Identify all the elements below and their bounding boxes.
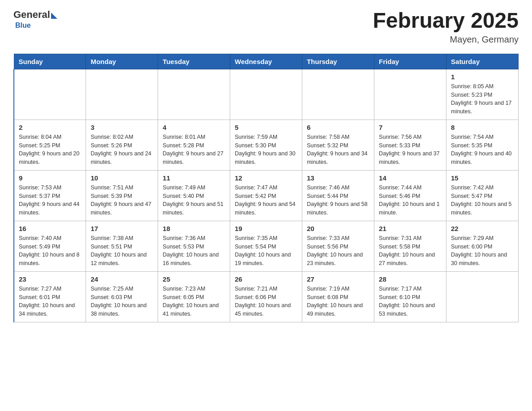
- day-info: Sunrise: 7:44 AMSunset: 5:46 PMDaylight:…: [379, 184, 442, 217]
- day-info: Sunrise: 7:17 AMSunset: 6:10 PMDaylight:…: [379, 285, 442, 318]
- day-number: 22: [451, 225, 514, 232]
- calendar-cell: [86, 69, 158, 120]
- day-info: Sunrise: 7:38 AMSunset: 5:51 PMDaylight:…: [90, 234, 153, 268]
- calendar-cell: 1Sunrise: 8:05 AMSunset: 5:23 PMDaylight…: [446, 69, 519, 120]
- calendar-cell: 24Sunrise: 7:25 AMSunset: 6:03 PMDayligh…: [86, 271, 158, 322]
- day-number: 2: [19, 124, 81, 131]
- day-number: 16: [19, 225, 81, 232]
- day-number: 10: [90, 174, 153, 182]
- day-number: 19: [235, 225, 297, 232]
- calendar-cell: 20Sunrise: 7:33 AMSunset: 5:56 PMDayligh…: [302, 221, 374, 271]
- title-block: February 2025 Mayen, Germany: [373, 9, 519, 45]
- day-number: 17: [90, 225, 153, 232]
- day-info: Sunrise: 7:49 AMSunset: 5:40 PMDaylight:…: [163, 184, 225, 217]
- calendar-cell: 13Sunrise: 7:46 AMSunset: 5:44 PMDayligh…: [302, 170, 374, 221]
- calendar-cell: 16Sunrise: 7:40 AMSunset: 5:49 PMDayligh…: [14, 221, 86, 271]
- page-header: General Blue February 2025 Mayen, German…: [13, 9, 519, 45]
- calendar-cell: 4Sunrise: 8:01 AMSunset: 5:28 PMDaylight…: [158, 120, 230, 170]
- calendar-cell: 18Sunrise: 7:36 AMSunset: 5:53 PMDayligh…: [158, 221, 230, 271]
- calendar-week-1: 1Sunrise: 8:05 AMSunset: 5:23 PMDaylight…: [14, 69, 519, 120]
- day-info: Sunrise: 7:42 AMSunset: 5:47 PMDaylight:…: [451, 184, 514, 217]
- calendar-week-2: 2Sunrise: 8:04 AMSunset: 5:25 PMDaylight…: [14, 120, 519, 170]
- calendar-cell: [158, 69, 230, 120]
- day-info: Sunrise: 7:23 AMSunset: 6:05 PMDaylight:…: [163, 285, 225, 318]
- calendar-cell: 11Sunrise: 7:49 AMSunset: 5:40 PMDayligh…: [158, 170, 230, 221]
- day-number: 24: [90, 275, 153, 283]
- logo-general-text: General: [13, 9, 50, 21]
- calendar-cell: 14Sunrise: 7:44 AMSunset: 5:46 PMDayligh…: [374, 170, 446, 221]
- calendar-body: 1Sunrise: 8:05 AMSunset: 5:23 PMDaylight…: [14, 69, 519, 322]
- day-info: Sunrise: 8:01 AMSunset: 5:28 PMDaylight:…: [163, 133, 225, 167]
- calendar-week-5: 23Sunrise: 7:27 AMSunset: 6:01 PMDayligh…: [14, 271, 519, 322]
- day-info: Sunrise: 7:59 AMSunset: 5:30 PMDaylight:…: [235, 133, 297, 167]
- day-number: 21: [379, 225, 442, 232]
- calendar-cell: 12Sunrise: 7:47 AMSunset: 5:42 PMDayligh…: [230, 170, 302, 221]
- calendar-cell: 25Sunrise: 7:23 AMSunset: 6:05 PMDayligh…: [158, 271, 230, 322]
- calendar-subtitle: Mayen, Germany: [373, 34, 519, 45]
- calendar-table: SundayMondayTuesdayWednesdayThursdayFrid…: [13, 54, 519, 322]
- calendar-cell: [230, 69, 302, 120]
- day-header-monday: Monday: [86, 54, 158, 69]
- day-header-friday: Friday: [374, 54, 446, 69]
- calendar-cell: 5Sunrise: 7:59 AMSunset: 5:30 PMDaylight…: [230, 120, 302, 170]
- day-info: Sunrise: 7:47 AMSunset: 5:42 PMDaylight:…: [235, 184, 297, 217]
- day-info: Sunrise: 7:33 AMSunset: 5:56 PMDaylight:…: [307, 234, 369, 268]
- calendar-cell: 22Sunrise: 7:29 AMSunset: 6:00 PMDayligh…: [446, 221, 519, 271]
- day-number: 6: [307, 124, 369, 131]
- day-info: Sunrise: 7:35 AMSunset: 5:54 PMDaylight:…: [235, 234, 297, 268]
- day-number: 1: [451, 73, 514, 81]
- day-number: 20: [307, 225, 369, 232]
- day-number: 8: [451, 124, 514, 131]
- day-info: Sunrise: 7:56 AMSunset: 5:33 PMDaylight:…: [379, 133, 442, 167]
- logo-triangle-icon: [51, 13, 57, 19]
- logo: General Blue: [13, 9, 57, 30]
- day-number: 7: [379, 124, 442, 131]
- day-number: 13: [307, 174, 369, 182]
- day-number: 28: [379, 275, 442, 283]
- day-number: 14: [379, 174, 442, 182]
- day-header-thursday: Thursday: [302, 54, 374, 69]
- day-number: 25: [163, 275, 225, 283]
- day-info: Sunrise: 7:51 AMSunset: 5:39 PMDaylight:…: [90, 184, 153, 217]
- calendar-cell: 9Sunrise: 7:53 AMSunset: 5:37 PMDaylight…: [14, 170, 86, 221]
- calendar-cell: 28Sunrise: 7:17 AMSunset: 6:10 PMDayligh…: [374, 271, 446, 322]
- day-number: 23: [19, 275, 81, 283]
- day-number: 5: [235, 124, 297, 131]
- day-header-wednesday: Wednesday: [230, 54, 302, 69]
- calendar-cell: 8Sunrise: 7:54 AMSunset: 5:35 PMDaylight…: [446, 120, 519, 170]
- day-number: 11: [163, 174, 225, 182]
- day-number: 15: [451, 174, 514, 182]
- calendar-week-3: 9Sunrise: 7:53 AMSunset: 5:37 PMDaylight…: [14, 170, 519, 221]
- day-info: Sunrise: 8:02 AMSunset: 5:26 PMDaylight:…: [90, 133, 153, 167]
- calendar-cell: 3Sunrise: 8:02 AMSunset: 5:26 PMDaylight…: [86, 120, 158, 170]
- calendar-cell: [14, 69, 86, 120]
- day-info: Sunrise: 7:58 AMSunset: 5:32 PMDaylight:…: [307, 133, 369, 167]
- day-header-sunday: Sunday: [14, 54, 86, 69]
- day-number: 3: [90, 124, 153, 131]
- day-info: Sunrise: 7:31 AMSunset: 5:58 PMDaylight:…: [379, 234, 442, 268]
- day-info: Sunrise: 8:05 AMSunset: 5:23 PMDaylight:…: [451, 82, 514, 116]
- days-of-week-row: SundayMondayTuesdayWednesdayThursdayFrid…: [14, 54, 519, 69]
- calendar-cell: 23Sunrise: 7:27 AMSunset: 6:01 PMDayligh…: [14, 271, 86, 322]
- day-info: Sunrise: 7:27 AMSunset: 6:01 PMDaylight:…: [19, 285, 81, 318]
- calendar-cell: [446, 271, 519, 322]
- day-info: Sunrise: 7:54 AMSunset: 5:35 PMDaylight:…: [451, 133, 514, 167]
- calendar-cell: 17Sunrise: 7:38 AMSunset: 5:51 PMDayligh…: [86, 221, 158, 271]
- day-number: 12: [235, 174, 297, 182]
- calendar-week-4: 16Sunrise: 7:40 AMSunset: 5:49 PMDayligh…: [14, 221, 519, 271]
- day-number: 4: [163, 124, 225, 131]
- logo-blue-text: Blue: [15, 21, 31, 30]
- calendar-cell: 26Sunrise: 7:21 AMSunset: 6:06 PMDayligh…: [230, 271, 302, 322]
- calendar-cell: 19Sunrise: 7:35 AMSunset: 5:54 PMDayligh…: [230, 221, 302, 271]
- calendar-cell: 10Sunrise: 7:51 AMSunset: 5:39 PMDayligh…: [86, 170, 158, 221]
- calendar-cell: 6Sunrise: 7:58 AMSunset: 5:32 PMDaylight…: [302, 120, 374, 170]
- calendar-cell: 15Sunrise: 7:42 AMSunset: 5:47 PMDayligh…: [446, 170, 519, 221]
- day-info: Sunrise: 7:19 AMSunset: 6:08 PMDaylight:…: [307, 285, 369, 318]
- calendar-cell: 21Sunrise: 7:31 AMSunset: 5:58 PMDayligh…: [374, 221, 446, 271]
- calendar-cell: [374, 69, 446, 120]
- day-info: Sunrise: 7:25 AMSunset: 6:03 PMDaylight:…: [90, 285, 153, 318]
- day-info: Sunrise: 7:29 AMSunset: 6:00 PMDaylight:…: [451, 234, 514, 268]
- calendar-header: SundayMondayTuesdayWednesdayThursdayFrid…: [14, 54, 519, 69]
- calendar-cell: 2Sunrise: 8:04 AMSunset: 5:25 PMDaylight…: [14, 120, 86, 170]
- day-info: Sunrise: 7:46 AMSunset: 5:44 PMDaylight:…: [307, 184, 369, 217]
